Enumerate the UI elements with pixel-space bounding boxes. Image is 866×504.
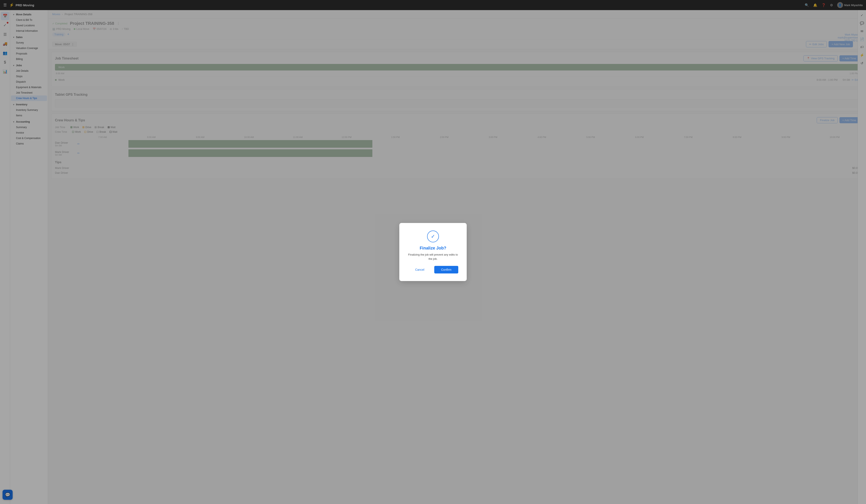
modal-title: Finalize Job? [420, 246, 446, 251]
modal-cancel-button[interactable]: Cancel [408, 266, 432, 273]
modal-actions: Cancel Confirm [408, 266, 458, 273]
modal-description: Finalizing the job will prevent any edit… [408, 253, 458, 261]
modal-confirm-button[interactable]: Confirm [434, 266, 458, 273]
modal-overlay: ✓ Finalize Job? Finalizing the job will … [0, 0, 866, 504]
modal-check-circle: ✓ [427, 231, 439, 242]
modal-check-icon: ✓ [431, 233, 435, 239]
finalize-job-modal: ✓ Finalize Job? Finalizing the job will … [399, 223, 467, 281]
